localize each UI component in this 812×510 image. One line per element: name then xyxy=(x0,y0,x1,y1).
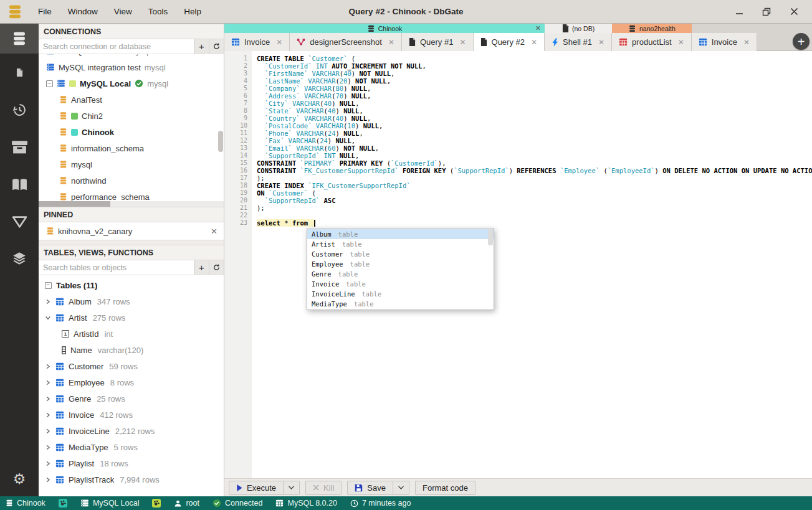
chevron-right-icon[interactable] xyxy=(45,461,51,466)
collapse-expander-icon[interactable]: − xyxy=(46,80,53,87)
connection-item[interactable]: Chin2 xyxy=(39,108,224,124)
rail-item-history[interactable] xyxy=(0,91,39,128)
close-tab-icon[interactable]: ✕ xyxy=(388,38,394,47)
chevron-right-icon[interactable] xyxy=(45,396,51,402)
maximize-icon[interactable] xyxy=(760,5,773,19)
close-tab-icon[interactable]: ✕ xyxy=(598,38,604,47)
connection-item[interactable]: AnalTest xyxy=(39,92,224,108)
chevron-right-icon[interactable] xyxy=(45,477,51,483)
chevron-right-icon[interactable] xyxy=(45,445,51,450)
menu-window[interactable]: Window xyxy=(61,4,105,19)
close-group-icon[interactable]: ✕ xyxy=(535,24,541,32)
connection-item[interactable]: mysql xyxy=(39,156,224,172)
close-icon[interactable] xyxy=(787,5,801,19)
table-row[interactable]: InvoiceLine2,212 rows xyxy=(39,423,224,439)
autocomplete-item[interactable]: Genretable xyxy=(307,269,494,279)
table-row[interactable]: Invoice412 rows xyxy=(39,407,224,423)
autocomplete-scrollbar[interactable] xyxy=(488,229,493,245)
tab-query-2[interactable]: Query #2✕ xyxy=(474,33,545,51)
connections-horizontal-scrollbar[interactable] xyxy=(39,201,224,207)
tab-query-1[interactable]: Query #1✕ xyxy=(402,33,474,51)
unpin-icon[interactable]: ✕ xyxy=(211,227,217,236)
connection-item[interactable]: MySQL integration testmysql xyxy=(39,59,224,75)
rail-item-archive[interactable] xyxy=(0,128,39,166)
close-tab-icon[interactable]: ✕ xyxy=(531,38,537,47)
add-object-button[interactable]: + xyxy=(194,260,209,275)
tab-invoice[interactable]: Invoice✕ xyxy=(224,33,290,51)
table-row[interactable]: Customer59 rows xyxy=(39,358,224,374)
connection-item[interactable]: Chinook xyxy=(39,124,224,140)
tab-invoice[interactable]: Invoice✕ xyxy=(692,33,757,51)
rail-item-settings[interactable]: ⚙ xyxy=(0,461,39,496)
sql-editor[interactable]: 1234567891011121314151617181920212223 CR… xyxy=(224,51,812,478)
table-row[interactable]: Artist275 rows xyxy=(39,309,224,326)
connection-item[interactable]: information_schema xyxy=(39,140,224,156)
status-database-color[interactable] xyxy=(59,499,67,508)
tab-group-header[interactable] xyxy=(692,24,757,33)
status-database[interactable]: Chinook xyxy=(6,499,45,508)
autocomplete-item[interactable]: MediaTypetable xyxy=(307,299,494,309)
rail-item-database[interactable] xyxy=(0,24,39,54)
chevron-down-icon[interactable] xyxy=(45,314,51,321)
close-tab-icon[interactable]: ✕ xyxy=(459,38,466,47)
table-row[interactable]: Employee8 rows xyxy=(39,374,224,390)
status-server-color[interactable] xyxy=(152,499,161,508)
chevron-right-icon[interactable] xyxy=(45,428,51,434)
table-row[interactable]: Playlist18 rows xyxy=(39,455,224,471)
column-row[interactable]: 1ArtistIdint xyxy=(39,326,224,342)
close-tab-icon[interactable]: ✕ xyxy=(678,38,684,47)
tab-group-header[interactable]: (no DB) xyxy=(545,24,612,33)
connection-item[interactable]: MYSQL WD TESTmysql xyxy=(39,54,224,59)
tab-shell-1[interactable]: Shell #1✕ xyxy=(545,33,612,51)
save-button[interactable]: Save xyxy=(347,481,393,495)
table-row[interactable]: PlaylistTrack7,994 rows xyxy=(39,471,224,488)
execute-options-button[interactable] xyxy=(284,481,300,495)
new-tab-button[interactable]: + xyxy=(793,33,810,50)
autocomplete-item[interactable]: InvoiceLinetable xyxy=(307,289,494,299)
chevron-right-icon[interactable] xyxy=(45,364,51,369)
menu-file[interactable]: File xyxy=(31,4,59,19)
tab-designerscreenshot[interactable]: designerScreenshot✕ xyxy=(290,33,402,51)
table-row[interactable]: MediaType5 rows xyxy=(39,439,224,455)
chevron-right-icon[interactable] xyxy=(45,380,51,385)
add-connection-button[interactable]: + xyxy=(194,39,209,54)
autocomplete-item[interactable]: Customertable xyxy=(307,249,494,259)
menu-tools[interactable]: Tools xyxy=(141,4,175,19)
tab-group-header[interactable]: nano2health xyxy=(612,24,692,33)
tables-root-row[interactable]: −Tables (11) xyxy=(39,277,224,293)
rail-item-layers[interactable] xyxy=(0,240,39,278)
connections-vertical-scrollbar[interactable] xyxy=(218,131,223,152)
rail-item-file[interactable] xyxy=(0,54,39,91)
menu-help[interactable]: Help xyxy=(177,4,208,19)
close-tab-icon[interactable]: ✕ xyxy=(276,38,282,47)
connection-item[interactable]: −MySQL Localmysql xyxy=(39,75,224,92)
tab-productlist[interactable]: productList✕ xyxy=(612,33,692,51)
format-code-button[interactable]: Format code xyxy=(415,481,475,495)
autocomplete-item[interactable]: Employeetable xyxy=(307,259,494,269)
column-row[interactable]: Namevarchar(120) xyxy=(39,342,224,358)
autocomplete-item[interactable]: Albumtable xyxy=(307,229,494,239)
minimize-icon[interactable] xyxy=(732,5,746,19)
tab-group-header[interactable]: Chinook✕ xyxy=(224,24,545,33)
connection-item[interactable]: northwind xyxy=(39,172,224,189)
pinned-item[interactable]: knihovna_v2_canary ✕ xyxy=(39,222,224,240)
objects-search-input[interactable] xyxy=(39,260,194,275)
status-server[interactable]: MySQL Local xyxy=(80,499,140,508)
save-options-button[interactable] xyxy=(393,481,409,495)
refresh-connections-button[interactable] xyxy=(209,39,224,54)
chevron-right-icon[interactable] xyxy=(45,299,51,305)
rail-item-filter[interactable] xyxy=(0,203,39,240)
autocomplete-item[interactable]: Artisttable xyxy=(307,239,494,249)
table-name: Playlist xyxy=(69,459,94,468)
refresh-objects-button[interactable] xyxy=(209,260,224,275)
close-tab-icon[interactable]: ✕ xyxy=(743,38,750,47)
menu-view[interactable]: View xyxy=(107,4,139,19)
collapse-expander-icon[interactable]: − xyxy=(45,282,52,289)
table-row[interactable]: Genre25 rows xyxy=(39,390,224,407)
chevron-right-icon[interactable] xyxy=(45,412,51,418)
autocomplete-item[interactable]: Invoicetable xyxy=(307,279,494,289)
execute-button[interactable]: Execute xyxy=(229,481,284,495)
table-row[interactable]: Album347 rows xyxy=(39,293,224,309)
rail-item-book[interactable] xyxy=(0,166,39,203)
connections-search-input[interactable] xyxy=(39,39,194,54)
